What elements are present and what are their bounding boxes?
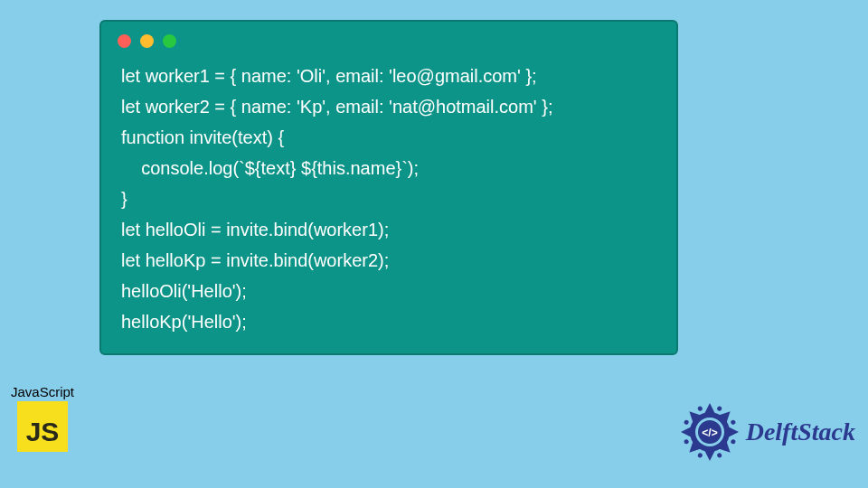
close-icon <box>118 34 131 48</box>
code-window: let worker1 = { name: 'Oli', email: 'leo… <box>99 20 678 355</box>
maximize-icon <box>163 34 176 48</box>
code-content: let worker1 = { name: 'Oli', email: 'leo… <box>101 57 676 337</box>
window-controls <box>101 22 676 57</box>
javascript-badge: JavaScript JS <box>5 384 80 452</box>
delftstack-logo-icon: </> <box>679 401 741 463</box>
javascript-label: JavaScript <box>5 384 80 399</box>
svg-point-15 <box>731 439 735 444</box>
svg-point-17 <box>697 453 702 457</box>
delftstack-text: DelftStack <box>746 418 855 446</box>
javascript-logo-icon: JS <box>17 401 68 452</box>
svg-point-14 <box>731 420 735 425</box>
svg-point-18 <box>684 439 688 444</box>
svg-point-20 <box>697 407 702 411</box>
svg-point-19 <box>684 420 688 425</box>
svg-point-13 <box>717 407 722 411</box>
minimize-icon <box>140 34 154 48</box>
delftstack-badge: </> DelftStack <box>679 401 855 463</box>
js-glyph: JS <box>26 417 60 446</box>
svg-point-16 <box>717 453 722 457</box>
svg-text:</>: </> <box>702 427 717 439</box>
